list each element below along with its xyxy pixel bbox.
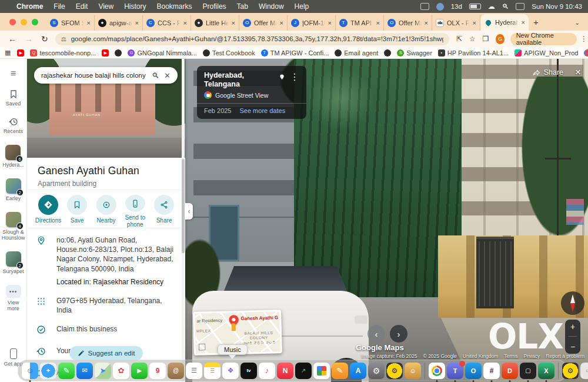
- back-button[interactable]: ←: [8, 34, 16, 44]
- dock-calendar[interactable]: 9: [149, 363, 166, 379]
- tab-sfom[interactable]: SSFOM Sp×: [46, 15, 95, 31]
- dock-teams[interactable]: T: [447, 363, 463, 379]
- dock-reminders[interactable]: ☰: [186, 363, 202, 379]
- chrome-menu-icon[interactable]: ⋮: [580, 35, 588, 43]
- menu-edit[interactable]: Edit: [76, 2, 88, 11]
- claim-business-row[interactable]: Claim this business: [27, 320, 185, 341]
- maps-search-input[interactable]: [41, 72, 147, 79]
- rail-place-slough[interactable]: 4 Slough & Hounslow: [1, 212, 26, 241]
- panel-scrollbar[interactable]: [182, 59, 185, 382]
- dock-chrome[interactable]: [429, 363, 445, 379]
- collapse-panel-button[interactable]: ‹: [185, 203, 193, 220]
- street-view-share-button[interactable]: Share: [533, 68, 563, 77]
- rail-view-more[interactable]: ••• View more: [4, 285, 24, 311]
- weather-badge[interactable]: 13d: [451, 3, 462, 10]
- search-icon[interactable]: 🔍︎: [152, 71, 159, 80]
- tab-close-icon[interactable]: ×: [376, 19, 380, 26]
- screen-record-icon[interactable]: [420, 3, 429, 10]
- menu-file[interactable]: File: [54, 2, 65, 11]
- bookmark-youtube-1[interactable]: ▶: [17, 49, 24, 57]
- zoom-in-button[interactable]: +: [570, 322, 575, 331]
- maps-search-box[interactable]: 🔍︎ ✕: [34, 67, 178, 84]
- dock-contacts[interactable]: @: [168, 363, 184, 379]
- clear-search-icon[interactable]: ✕: [164, 71, 171, 80]
- tab-close-icon[interactable]: ×: [328, 19, 332, 26]
- bookmark-hp-pavilion[interactable]: ▪HP Pavilion 14-AL1...: [438, 49, 509, 57]
- dock-utility-gear[interactable]: ⚙: [386, 363, 403, 379]
- tab-close-icon[interactable]: ×: [280, 19, 283, 26]
- rail-place-hyderabad[interactable]: 6 Hydera...: [2, 145, 24, 168]
- directions-button[interactable]: Directions: [34, 195, 62, 228]
- minimize-window-button[interactable]: [21, 19, 27, 25]
- new-tab-button[interactable]: +: [533, 17, 539, 27]
- dock-mascot-app[interactable]: ☺: [405, 363, 421, 379]
- menu-view[interactable]: View: [98, 2, 113, 11]
- send-to-phone-button[interactable]: Send to phone: [121, 195, 149, 228]
- menu-bookmarks[interactable]: Bookmarks: [157, 2, 192, 11]
- dock-music[interactable]: ♪: [259, 363, 275, 379]
- tab-close-icon[interactable]: ×: [425, 19, 428, 26]
- save-button[interactable]: Save: [63, 195, 91, 228]
- dock-outlook[interactable]: O: [465, 363, 482, 379]
- map-pin-icon[interactable]: [279, 73, 285, 81]
- close-street-view-icon[interactable]: ×: [575, 67, 581, 78]
- forward-button[interactable]: →: [25, 34, 33, 44]
- tab-hyderabad-active[interactable]: Hyderaba×: [480, 14, 529, 31]
- rail-recents[interactable]: Recents: [4, 117, 23, 134]
- dock-facetime[interactable]: ▶: [131, 363, 148, 379]
- tab-olx[interactable]: olxOLX - Fre×: [432, 15, 480, 31]
- dock-finder[interactable]: ☺: [22, 363, 38, 379]
- place-category[interactable]: Apartment building: [38, 180, 175, 188]
- zoom-out-button[interactable]: −: [570, 342, 575, 351]
- site-security-icon[interactable]: ⚖︎: [61, 36, 66, 42]
- dock-apple-tv[interactable]: tv: [240, 363, 257, 379]
- apps-grid-icon[interactable]: ▦: [5, 49, 11, 57]
- pegman-icon[interactable]: [232, 323, 236, 331]
- zoom-window-button[interactable]: [32, 19, 38, 25]
- menu-profiles[interactable]: Profiles: [203, 2, 226, 11]
- plus-code-row[interactable]: G97G+85 Hyderabad, Telangana, India: [27, 291, 185, 320]
- dock-mail[interactable]: ✉: [76, 363, 93, 379]
- dock-stocks[interactable]: ↗: [295, 363, 312, 379]
- control-center-icon[interactable]: [516, 3, 524, 10]
- dock-excel[interactable]: X: [538, 363, 554, 379]
- bookmark-test-cookbook[interactable]: Test Cookbook: [203, 49, 255, 57]
- battery-icon[interactable]: [469, 4, 481, 9]
- dock-notes[interactable]: ☰: [204, 363, 220, 379]
- see-more-dates-link[interactable]: See more dates: [239, 107, 285, 114]
- previous-photo-button[interactable]: ‹: [368, 325, 385, 343]
- profile-avatar[interactable]: G: [496, 34, 504, 44]
- dock-news[interactable]: N: [277, 363, 293, 379]
- dock-slack[interactable]: #: [483, 363, 500, 379]
- bookmark-swagger[interactable]: SSwagger: [397, 49, 432, 57]
- dock-iphone-mirroring[interactable]: ▢: [520, 363, 536, 379]
- tab-close-icon[interactable]: ×: [522, 19, 525, 26]
- rail-place-earley[interactable]: 2 Earley: [6, 178, 21, 201]
- menu-window[interactable]: Window: [259, 2, 284, 11]
- tab-close-icon[interactable]: ×: [473, 19, 476, 26]
- bookmark-apigee[interactable]: APIGEE: [584, 49, 588, 57]
- report-problem-link[interactable]: Report a problem: [546, 353, 584, 359]
- compass-control[interactable]: [561, 291, 584, 315]
- bookmark-tm-apigw[interactable]: TTM APIGW - Confi...: [261, 49, 329, 57]
- bookmark-tescomobile[interactable]: Qtescomobile-nonp...: [30, 49, 96, 57]
- dock-office-app[interactable]: D: [502, 363, 518, 379]
- extensions-icon[interactable]: ❐: [483, 35, 489, 43]
- tab-close-icon[interactable]: ×: [135, 19, 139, 26]
- close-window-button[interactable]: [9, 19, 16, 25]
- spotlight-icon[interactable]: 🔍︎: [502, 3, 509, 10]
- street-view-menu-icon[interactable]: ⋮: [290, 71, 299, 82]
- tab-search-caret-icon[interactable]: ⌄: [575, 19, 588, 26]
- bookmark-globe-2[interactable]: [384, 49, 391, 57]
- status-app-icon[interactable]: [436, 3, 444, 11]
- tab-ofm-104[interactable]: J|OFM-104×: [288, 15, 336, 31]
- send-to-device-icon[interactable]: ⇱: [456, 35, 462, 43]
- dock-apple-maps[interactable]: ➤: [95, 363, 111, 379]
- tab-ccs[interactable]: CCCS - Pro×: [143, 15, 191, 31]
- wifi-icon[interactable]: ☁: [488, 2, 495, 11]
- address-row[interactable]: no:06, Ayati Guhan Road, House.no:6-283/…: [27, 231, 185, 278]
- dock-safari[interactable]: ✦: [40, 363, 56, 379]
- tab-close-icon[interactable]: ×: [183, 19, 187, 26]
- menu-tab[interactable]: Tab: [237, 2, 248, 11]
- bookmark-star-icon[interactable]: ☆: [469, 35, 476, 43]
